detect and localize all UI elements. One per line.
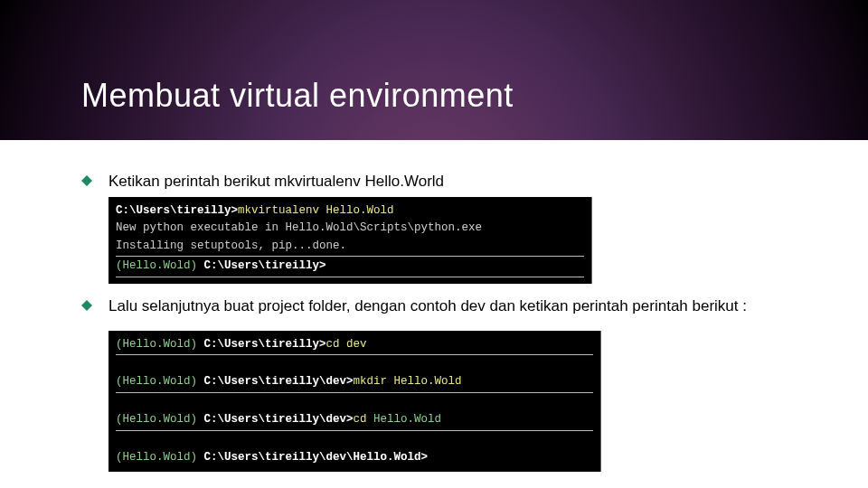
terminal-line: (Hello.Wold) C:\Users\tireilly\dev\Hello… xyxy=(116,451,428,464)
slide-header: Membuat virtual environment xyxy=(0,0,868,140)
svg-marker-0 xyxy=(81,175,92,186)
terminal-line: (Hello.Wold) C:\Users\tireilly> xyxy=(116,259,326,272)
terminal-line: (Hello.Wold) C:\Users\tireilly\dev>mkdir… xyxy=(116,375,462,388)
bullet-item: Ketikan perintah berikut mkvirtualenv He… xyxy=(81,172,787,192)
terminal-divider xyxy=(116,430,593,431)
slide-body: Ketikan perintah berikut mkvirtualenv He… xyxy=(0,140,868,472)
terminal-line: (Hello.Wold) C:\Users\tireilly>cd dev xyxy=(116,338,367,351)
diamond-icon xyxy=(81,175,92,186)
terminal-line: C:\Users\tireilly>mkvirtualenv Hello.Wol… xyxy=(116,204,394,217)
terminal-line: New python executable in Hello.Wold\Scri… xyxy=(116,221,482,234)
slide: Membuat virtual environment Ketikan peri… xyxy=(0,0,868,488)
terminal-divider xyxy=(116,277,584,277)
terminal-line: Installing setuptools, pip...done. xyxy=(116,239,346,252)
bullet-item: Lalu selanjutnya buat project folder, de… xyxy=(81,296,787,316)
terminal-divider xyxy=(116,392,593,393)
terminal-output-1: C:\Users\tireilly>mkvirtualenv Hello.Wol… xyxy=(108,197,592,284)
terminal-divider xyxy=(116,256,584,257)
bullet-text: Ketikan perintah berikut mkvirtualenv He… xyxy=(108,172,787,192)
slide-title: Membuat virtual environment xyxy=(81,77,514,115)
bullet-text: Lalu selanjutnya buat project folder, de… xyxy=(108,296,787,316)
diamond-icon xyxy=(81,300,92,311)
terminal-output-2: (Hello.Wold) C:\Users\tireilly>cd dev (H… xyxy=(108,331,601,473)
svg-marker-1 xyxy=(81,300,92,311)
terminal-line: (Hello.Wold) C:\Users\tireilly\dev>cd He… xyxy=(116,413,441,426)
terminal-divider xyxy=(116,354,593,355)
